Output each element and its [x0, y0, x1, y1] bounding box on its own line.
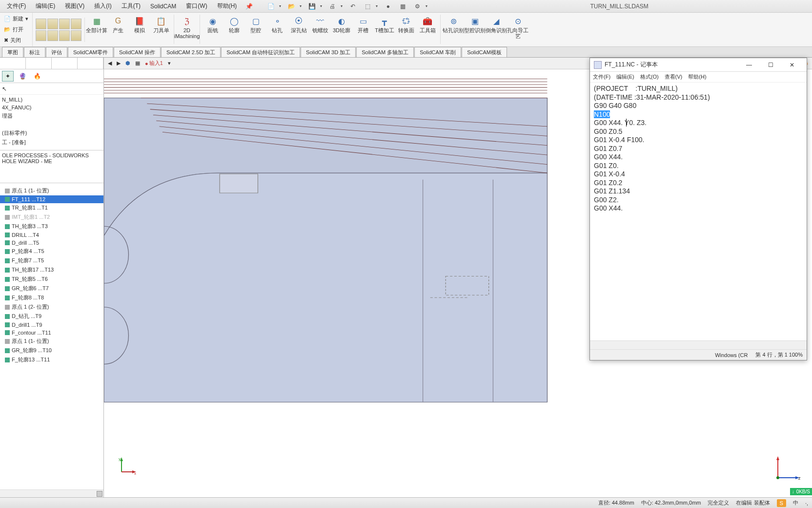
cmd-deepdrill[interactable]: ⦿深孔钻	[288, 15, 309, 33]
minimize-button[interactable]: —	[738, 58, 760, 72]
np-menu-file[interactable]: 文件(F)	[593, 73, 610, 81]
grid-icon-1[interactable]	[36, 19, 46, 29]
np-menu-format[interactable]: 格式(O)	[640, 73, 659, 81]
tab-25d[interactable]: SolidCAM 2.5D 加工	[161, 47, 221, 57]
operation-item[interactable]: 原点 1 (1- 位置)	[0, 337, 103, 346]
close-button[interactable]: ✕	[781, 58, 803, 72]
tab-3d[interactable]: SolidCAM 3D 加工	[301, 47, 356, 57]
operation-item[interactable]: GR_轮廓6 ...T7	[0, 284, 103, 293]
operation-item[interactable]: 原点 1 (2- 位置)	[0, 302, 103, 312]
grid-icon-6[interactable]	[47, 30, 58, 41]
tree-line[interactable]: (目标零件)	[2, 128, 102, 138]
operation-item[interactable]: F_contour ...T11	[0, 329, 103, 337]
panel-icon-fire[interactable]: 🔥	[31, 71, 43, 82]
cmd-facemill[interactable]: ◉面铣	[202, 15, 223, 33]
tree-line[interactable]: N_MILL)	[2, 96, 102, 104]
cmd-hole-guide[interactable]: ⊙孔向导工艺	[507, 15, 528, 39]
ime-badge[interactable]: S	[777, 499, 786, 507]
cmd-slot[interactable]: ▭开槽	[352, 15, 374, 33]
operation-item[interactable]: F_轮廓8 ...T8	[0, 293, 103, 302]
options-icon[interactable]: ▦	[398, 2, 407, 11]
tree-line[interactable]	[2, 121, 102, 128]
cmd-drill-rec[interactable]: ⊚钻孔识别	[443, 15, 464, 33]
grid-icon-5[interactable]	[36, 30, 46, 41]
notepad-text-area[interactable]: (PROJECT :TURN_MILL)(DATE-TIME :31-MAR-2…	[590, 83, 807, 340]
vp-nav-back[interactable]: ◀	[108, 60, 112, 66]
operation-item[interactable]: D_drill1 ...T9	[0, 321, 103, 329]
notepad-titlebar[interactable]: FT_111.NC - 记事本 — ☐ ✕	[590, 58, 807, 72]
new-doc-icon[interactable]: 📄	[266, 2, 275, 11]
ime-lang[interactable]: 中	[793, 499, 798, 507]
cmd-pocket[interactable]: ▢型腔	[245, 15, 266, 33]
pin-icon[interactable]: 📌	[245, 3, 253, 10]
grid-icon-2[interactable]	[47, 19, 58, 29]
open-button[interactable]: 📂 打开	[4, 26, 28, 33]
select-icon[interactable]: ⬚	[363, 2, 372, 11]
menu-help[interactable]: 帮助(H)	[213, 0, 241, 12]
tab-auto[interactable]: SolidCAM 自动特征识别加工	[221, 47, 300, 57]
tab-sketch[interactable]: 草图	[2, 47, 23, 57]
operation-item[interactable]: D_钻孔 ...T9	[0, 312, 103, 321]
close-button[interactable]: ✖ 关闭	[4, 37, 28, 44]
tree-line[interactable]: 4X_FANUC)	[2, 104, 102, 111]
new-button[interactable]: 📄 新建 ▾	[4, 15, 28, 22]
grid-icon-8[interactable]	[71, 30, 81, 41]
tree-line[interactable]: 工 - [准备]	[2, 138, 102, 147]
cmd-toolbox[interactable]: 🧰工具箱	[417, 15, 438, 33]
save-icon[interactable]: 💾	[307, 2, 316, 11]
settings-icon[interactable]: ⚙	[413, 2, 422, 11]
operation-item[interactable]: TR_轮廓1 ...T1	[0, 203, 103, 212]
panel-scrollbar[interactable]	[0, 489, 103, 497]
ime-punct[interactable]: ·,	[805, 500, 808, 506]
menu-tool[interactable]: 工具(T)	[118, 0, 144, 12]
cmd-pocket-rec[interactable]: ▣型腔识别	[464, 15, 486, 33]
cmd-drill[interactable]: ⚬钻孔	[266, 15, 288, 33]
menu-window[interactable]: 窗口(W)	[182, 0, 211, 12]
operation-item[interactable]: GR_轮廓9 ...T10	[0, 346, 103, 355]
tab-evaluate[interactable]: 评估	[46, 47, 67, 57]
menu-solidcam[interactable]: SolidCAM	[146, 1, 180, 12]
np-menu-view[interactable]: 查看(V)	[665, 73, 683, 81]
panel-icon-sphere[interactable]: 🔮	[17, 71, 28, 82]
cmd-2d-imachining[interactable]: ℨ2D iMachining	[176, 15, 198, 39]
vp-nav-fwd[interactable]: ▶	[117, 60, 121, 66]
tab-turn[interactable]: SolidCAM 车削	[414, 47, 461, 57]
operation-item[interactable]: D_drill ...T5	[0, 239, 103, 247]
vp-icon-view[interactable]: ▦	[135, 60, 140, 66]
operation-item[interactable]: F_轮廓13 ...T11	[0, 355, 103, 364]
tree-line[interactable]: 理器	[2, 111, 102, 121]
tab-part[interactable]: SolidCAM零件	[68, 47, 113, 57]
operation-item[interactable]: TH_轮廓17 ...T13	[0, 265, 103, 275]
vp-dropdown[interactable]: ▾	[168, 60, 171, 66]
grid-icon-4[interactable]	[71, 19, 81, 29]
cmd-simulate[interactable]: 📕模拟	[129, 15, 150, 33]
panel-icon-origin[interactable]: ✦	[2, 71, 14, 82]
menu-insert[interactable]: 插入(I)	[90, 0, 115, 12]
tab-annotation[interactable]: 标注	[24, 47, 45, 57]
undo-icon[interactable]: ↶	[348, 2, 357, 11]
operation-item[interactable]: TH_轮廓3 ...T3	[0, 222, 103, 231]
open-doc-icon[interactable]: 📂	[287, 2, 296, 11]
cmd-calc-all[interactable]: ▦全部计算	[86, 15, 107, 33]
operation-item[interactable]: P_轮廓4 ...T5	[0, 247, 103, 256]
rebuild-icon[interactable]: ●	[384, 2, 392, 11]
cmd-transform[interactable]: ⮔转换面	[395, 15, 417, 33]
panel-tab-2[interactable]	[26, 58, 52, 69]
operation-item[interactable]: 原点 1 (1- 位置)	[0, 186, 103, 195]
operation-item[interactable]: DRILL ...T4	[0, 231, 103, 239]
tab-template[interactable]: SolidCAM模板	[462, 47, 507, 57]
tab-multi[interactable]: SolidCAM 多轴加工	[356, 47, 414, 57]
vp-input1[interactable]: ● 输入1	[145, 60, 163, 67]
cmd-tslot[interactable]: ┳T槽加工	[374, 15, 395, 33]
grid-icon-3[interactable]	[59, 19, 70, 29]
vp-icon-cube[interactable]: ⬢	[125, 60, 130, 66]
grid-icon-7[interactable]	[59, 30, 70, 41]
np-menu-edit[interactable]: 编辑(E)	[616, 73, 634, 81]
menu-edit[interactable]: 编辑(E)	[32, 0, 59, 12]
np-menu-help[interactable]: 帮助(H)	[688, 73, 706, 81]
cursor-icon[interactable]: ↖	[2, 85, 7, 92]
cmd-generate[interactable]: G产生	[107, 15, 129, 33]
operation-item[interactable]: IMT_轮廓1 ...T2	[0, 212, 103, 222]
tab-op[interactable]: SolidCAM 操作	[114, 47, 161, 57]
print-icon[interactable]: 🖨	[328, 2, 337, 11]
